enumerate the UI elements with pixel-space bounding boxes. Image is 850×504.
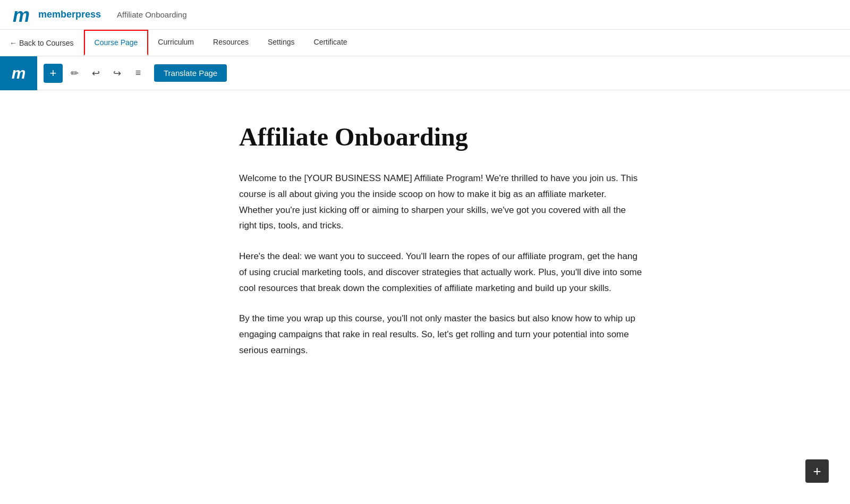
tab-settings[interactable]: Settings xyxy=(258,30,304,56)
redo-icon: ↪ xyxy=(113,67,121,79)
edit-button[interactable]: ✏ xyxy=(65,64,84,83)
memberpress-logo-text: memberpress xyxy=(38,9,101,20)
tab-resources[interactable]: Resources xyxy=(203,30,258,56)
content-paragraph-1: Welcome to the [YOUR BUSINESS NAME] Affi… xyxy=(239,170,643,234)
back-to-courses-link[interactable]: ← Back to Courses xyxy=(0,30,84,56)
main-content: Affiliate Onboarding Welcome to the [YOU… xyxy=(186,90,664,416)
tab-certificate[interactable]: Certificate xyxy=(304,30,357,56)
logo-area: m memberpress xyxy=(11,4,101,26)
top-header: m memberpress Affiliate Onboarding xyxy=(0,0,850,30)
nav-tabs: Course Page Curriculum Resources Setting… xyxy=(84,30,357,56)
tab-curriculum[interactable]: Curriculum xyxy=(148,30,203,56)
toolbar-controls: + ✏ ↩ ↪ ≡ Translate Page xyxy=(37,64,233,83)
svg-text:m: m xyxy=(13,4,30,26)
page-heading: Affiliate Onboarding xyxy=(239,122,643,151)
content-paragraph-2: Here's the deal: we want you to succeed.… xyxy=(239,249,643,296)
toolbar-logo-icon: m xyxy=(12,64,26,82)
toolbar: m + ✏ ↩ ↪ ≡ Translate Page xyxy=(0,56,850,90)
add-block-button[interactable]: + xyxy=(44,64,63,83)
nav-bar: ← Back to Courses Course Page Curriculum… xyxy=(0,30,850,56)
memberpress-logo-icon: m xyxy=(11,4,33,26)
list-view-button[interactable]: ≡ xyxy=(129,64,148,83)
course-title-header: Affiliate Onboarding xyxy=(117,10,186,19)
pencil-icon: ✏ xyxy=(71,67,79,79)
list-icon: ≡ xyxy=(135,67,141,79)
toolbar-logo: m xyxy=(0,56,37,90)
redo-button[interactable]: ↪ xyxy=(107,64,126,83)
translate-page-button[interactable]: Translate Page xyxy=(154,64,227,82)
undo-icon: ↩ xyxy=(92,67,100,79)
content-paragraph-3: By the time you wrap up this course, you… xyxy=(239,311,643,358)
tab-course-page[interactable]: Course Page xyxy=(84,30,149,56)
undo-button[interactable]: ↩ xyxy=(86,64,105,83)
